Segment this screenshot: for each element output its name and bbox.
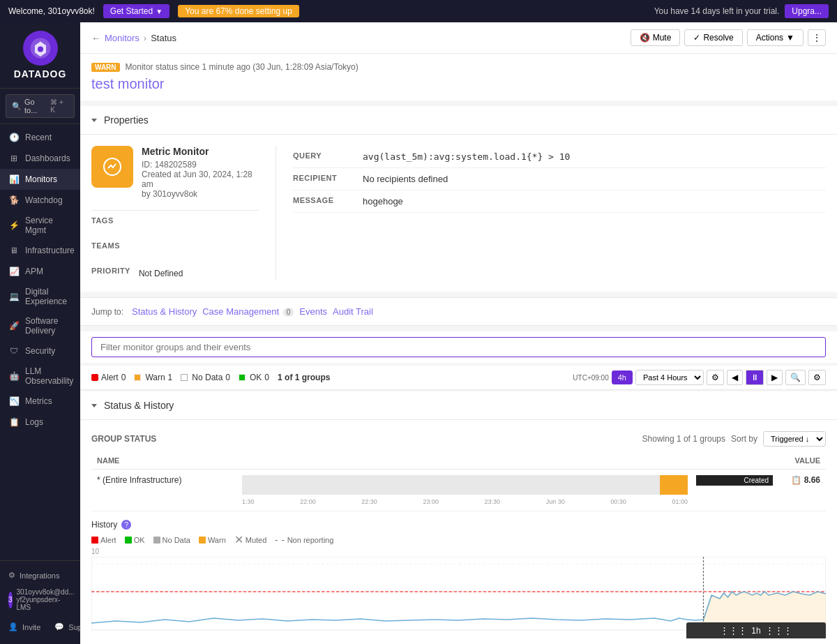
col-name-header: NAME [97,456,764,465]
more-button[interactable]: ⋮ [808,29,826,46]
sidebar-item-recent[interactable]: 🕐 Recent [0,127,80,148]
col-value-header: VALUE [764,456,820,465]
apm-icon: 📈 [8,266,20,277]
history-label: History [91,520,117,530]
legend-nodata: No Data [153,535,190,545]
prev-button[interactable]: ◀ [727,370,743,385]
time-controls: UTC+09:00 4h Past 4 Hours ⚙ ◀ ⏸ ▶ 🔍 ⚙ [573,370,826,385]
non-reporting-dashes-icon: - - [275,535,285,545]
4h-button[interactable]: 4h [612,370,633,384]
monitor-icon: 📊 [8,174,20,185]
legend-alert: Alert [91,535,116,545]
properties-section-header[interactable]: Properties [80,106,837,135]
software-icon: 🚀 [8,320,20,331]
ok-dot [239,374,246,381]
sidebar-item-software-delivery[interactable]: 🚀 Software Delivery [0,311,80,340]
group-name: * (Entire Infrastructure) [97,475,236,485]
group-value: 📋 8.66 [778,475,820,485]
monitor-meta: Metric Monitor ID: 148202589 Created at … [142,146,259,199]
properties-right: QUERY avg(last_5m):avg:system.load.1{*} … [276,146,826,280]
popup-dots-icon: ⋮⋮⋮ [720,625,747,636]
legend-non-reporting: - - Non reporting [275,535,333,545]
table-row: * (Entire Infrastructure) 1:30 [91,470,826,511]
clock-icon: 🕐 [8,132,20,143]
filter-input[interactable] [91,337,826,357]
svg-point-1 [38,47,43,52]
support-link[interactable]: 💬 Support [52,618,80,636]
legend-ok-dot [125,537,132,544]
ok-count: 0 [264,373,269,382]
sort-select[interactable]: Triggered ↓ [763,431,826,447]
sidebar-item-apm[interactable]: 📈 APM [0,261,80,282]
user-info: 301oyvv8ok@dd... yf2yunpsderx-LMS [17,588,75,611]
time-select[interactable]: Past 4 Hours [635,370,704,385]
search-placeholder: Go to... [24,98,47,114]
group-status-title: GROUP STATUS [91,434,156,444]
resolve-button[interactable]: ✓ Resolve [684,29,742,46]
sidebar-item-service-mgmt[interactable]: ⚡ Service Mgmt [0,211,80,240]
query-value: avg(last_5m):avg:system.load.1{*} > 10 [363,151,826,162]
recipient-value: No recipients defined [363,174,826,184]
jump-link-audit-trail[interactable]: Audit Trail [333,306,373,317]
legend-warn: Warn [199,535,226,545]
jump-link-events[interactable]: Events [299,306,327,317]
legend-muted: ✕ Muted [234,535,267,545]
sidebar-nav: 🕐 Recent ⊞ Dashboards 📊 Monitors 🐕 Watch… [0,124,80,560]
pause-button[interactable]: ⏸ [746,370,764,385]
priority-value: Not Defined [139,269,183,278]
integrations-label: Integrations [20,571,59,580]
showing-text: Showing 1 of 1 groups [642,434,725,444]
jump-to-label: Jump to: [91,307,123,317]
jump-link-case-mgmt[interactable]: Case Management 0 [202,306,294,317]
sidebar-item-monitors[interactable]: 📊 Monitors [0,169,80,190]
shield-icon: 🛡 [8,345,20,357]
sidebar-item-label: Logs [25,417,43,427]
group-status-header-row: GROUP STATUS Showing 1 of 1 groups Sort … [91,431,826,447]
user-profile[interactable]: 3 301oyvv8ok@dd... yf2yunpsderx-LMS [6,584,75,615]
watchdog-icon: 🐕 [8,195,20,206]
gear-button[interactable]: ⚙ [808,370,826,385]
sidebar-item-dashboards[interactable]: ⊞ Dashboards [0,148,80,169]
monitor-by: by 301oyvv8ok [142,189,259,199]
monitor-type-icon [91,146,133,188]
group-timeline-chart: 1:3022:0022:3023:0023:30Jun 3000:3001:00 [242,475,688,505]
mute-icon: 🔇 [640,33,650,43]
search-box[interactable]: 🔍 Go to... ⌘ + K [6,94,75,118]
monitor-type-name: Metric Monitor [142,146,259,157]
timezone: UTC+09:00 [573,374,608,382]
integrations-link[interactable]: ⚙ Integrations [6,567,75,584]
sidebar-item-digital-experience[interactable]: 💻 Digital Experience [0,282,80,311]
progress-bar: You are 67% done setting up [178,5,299,17]
llm-icon: 🤖 [8,370,20,382]
status-text: Monitor status since 1 minute ago (30 Ju… [126,62,359,72]
sidebar-item-security[interactable]: 🛡 Security [0,340,80,361]
sidebar-item-infrastructure[interactable]: 🖥 Infrastructure [0,240,80,261]
metrics-icon: 📉 [8,396,20,407]
next-button[interactable]: ▶ [767,370,783,385]
nodata-status: No Data 0 [181,373,230,382]
monitors-breadcrumb[interactable]: Monitors [105,33,140,43]
legend-nodata-dot [153,537,160,544]
trial-text: You have 14 days left in your trial. [654,6,780,16]
sidebar-item-label: APM [25,267,43,276]
actions-button[interactable]: Actions ▼ [747,29,804,46]
sidebar-item-llm-observability[interactable]: 🤖 LLM Observability [0,361,80,391]
sidebar-item-metrics[interactable]: 📉 Metrics [0,391,80,412]
invite-link[interactable]: 👤 Invite [6,618,43,636]
jump-link-status-history[interactable]: Status & History [132,306,197,317]
popup-1h-label: 1h [751,626,760,636]
sidebar-item-logs[interactable]: 📋 Logs [0,412,80,433]
upgrade-button[interactable]: Upgra... [785,4,829,18]
mute-button[interactable]: 🔇 Mute [631,29,681,46]
collapse-status-history-icon [91,404,97,407]
logs-icon: 📋 [8,417,20,428]
status-history-header[interactable]: Status & History [80,391,837,420]
tags-label: TAGS [91,216,259,225]
zoom-button[interactable]: 🔍 [785,370,806,385]
sidebar-item-watchdog[interactable]: 🐕 Watchdog [0,190,80,211]
recipient-row: RECIPIENT No recipients defined [293,168,826,190]
settings-icon-button[interactable]: ⚙ [707,370,724,385]
warn-label: Warn [145,373,165,382]
get-started-button[interactable]: Get Started ▼ [103,4,169,18]
sidebar-item-label: Dashboards [25,153,70,163]
